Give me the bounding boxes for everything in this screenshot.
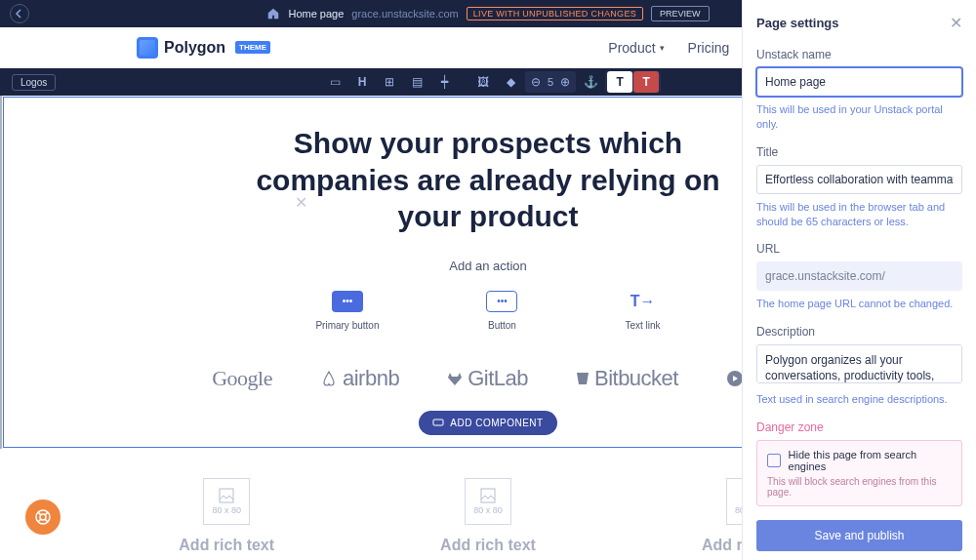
hide-checkbox[interactable] bbox=[767, 454, 781, 467]
page-settings-panel: Page settings ✕ Unstack name This will b… bbox=[742, 0, 976, 560]
desc-input[interactable] bbox=[756, 344, 962, 383]
url-help: The home page URL cannot be changed. bbox=[756, 297, 962, 311]
desc-help: Text used in search engine descriptions. bbox=[756, 392, 962, 407]
tool-align-icon[interactable]: ┿ bbox=[431, 71, 457, 93]
url-input bbox=[756, 261, 962, 291]
tool-grid-icon[interactable]: ⊞ bbox=[377, 71, 402, 93]
rich-text-label[interactable]: Add rich text bbox=[440, 537, 536, 554]
text-link-icon: T→ bbox=[628, 291, 659, 312]
column-count: 5 bbox=[546, 71, 555, 93]
image-icon bbox=[480, 488, 496, 503]
lifebuoy-icon bbox=[34, 508, 52, 526]
hide-label: Hide this page from search engines bbox=[789, 449, 952, 472]
chevron-down-icon: ▾ bbox=[660, 43, 665, 53]
action-text-link[interactable]: T→ Text link bbox=[625, 291, 660, 331]
card-item[interactable]: 80 x 80 Add rich text + bbox=[440, 478, 536, 561]
primary-button-icon: ••• bbox=[332, 291, 363, 312]
tool-columns-add-icon[interactable]: ⊕ bbox=[556, 71, 574, 93]
section-chip[interactable]: Logos bbox=[12, 74, 56, 91]
svg-rect-3 bbox=[481, 489, 495, 502]
button-icon: ••• bbox=[486, 291, 517, 312]
image-placeholder[interactable]: 80 x 80 bbox=[465, 478, 511, 525]
logo-gitlab[interactable]: GitLab bbox=[446, 366, 528, 391]
action-label: Primary button bbox=[315, 320, 379, 331]
hero-heading[interactable]: Show your prospects which companies are … bbox=[244, 125, 732, 235]
logo-bitbucket[interactable]: Bitbucket bbox=[575, 366, 678, 391]
name-input[interactable] bbox=[756, 67, 962, 97]
brand-logo[interactable]: Polygon THEME bbox=[137, 37, 270, 59]
tool-columns-icon[interactable]: ⊖ bbox=[527, 71, 545, 93]
tool-text-t-icon[interactable]: T bbox=[607, 71, 632, 93]
tool-text-style-icon[interactable]: T bbox=[633, 71, 659, 93]
close-icon[interactable]: ✕ bbox=[295, 193, 307, 212]
desc-label: Description bbox=[756, 325, 962, 339]
logo-google[interactable]: Google bbox=[212, 366, 272, 391]
home-icon bbox=[266, 7, 280, 20]
tool-anchor-icon[interactable]: ⚓ bbox=[578, 71, 603, 93]
page-domain: grace.unstacksite.com bbox=[351, 8, 458, 20]
tool-layout-icon[interactable]: ▤ bbox=[404, 71, 429, 93]
save-publish-button[interactable]: Save and publish bbox=[756, 520, 962, 551]
tool-media-icon[interactable]: 🖼 bbox=[470, 71, 496, 93]
help-fab[interactable] bbox=[25, 500, 61, 535]
danger-title: Danger zone bbox=[756, 420, 962, 434]
theme-tag: THEME bbox=[235, 41, 270, 54]
tool-image-icon[interactable]: ▭ bbox=[322, 71, 347, 93]
tool-bg-icon[interactable]: ◆ bbox=[498, 71, 523, 93]
card-item[interactable]: 80 x 80 Add rich text + bbox=[179, 478, 274, 561]
brand-name: Polygon bbox=[164, 39, 225, 57]
rich-text-label[interactable]: Add rich text bbox=[179, 537, 274, 554]
hide-help: This will block search engines from this… bbox=[767, 476, 952, 498]
name-help: This will be used in your Unstack portal… bbox=[756, 102, 962, 132]
bitbucket-icon bbox=[575, 371, 590, 386]
back-button[interactable] bbox=[10, 4, 29, 23]
svg-rect-2 bbox=[220, 489, 233, 502]
nav-pricing[interactable]: Pricing bbox=[688, 40, 730, 56]
action-label: Button bbox=[488, 320, 516, 331]
name-label: Unstack name bbox=[756, 48, 962, 61]
airbnb-icon bbox=[319, 369, 339, 388]
add-component-button[interactable]: ADD COMPONENT bbox=[419, 411, 556, 435]
gitlab-icon bbox=[446, 370, 464, 387]
nav-product[interactable]: Product▾ bbox=[608, 40, 664, 56]
image-placeholder[interactable]: 80 x 80 bbox=[203, 478, 250, 525]
title-input[interactable] bbox=[756, 165, 962, 194]
image-icon bbox=[219, 488, 234, 503]
title-help: This will be used in the browser tab and… bbox=[756, 200, 962, 229]
svg-rect-1 bbox=[433, 420, 443, 425]
danger-box: Hide this page from search engines This … bbox=[756, 440, 962, 506]
url-label: URL bbox=[756, 242, 962, 256]
action-label: Text link bbox=[625, 320, 660, 331]
component-icon bbox=[432, 418, 444, 427]
preview-button[interactable]: PREVIEW bbox=[651, 6, 710, 21]
panel-title: Page settings bbox=[756, 16, 839, 30]
title-label: Title bbox=[756, 145, 962, 159]
status-badge: LIVE WITH UNPUBLISHED CHANGES bbox=[467, 7, 643, 20]
tool-heading-icon[interactable]: H bbox=[349, 71, 375, 93]
close-panel-icon[interactable]: ✕ bbox=[950, 14, 962, 32]
action-button[interactable]: ••• Button bbox=[486, 291, 517, 331]
page-name: Home page bbox=[288, 8, 344, 20]
logo-cube-icon bbox=[137, 37, 158, 59]
action-primary-button[interactable]: ••• Primary button bbox=[315, 291, 379, 331]
logo-airbnb[interactable]: airbnb bbox=[319, 366, 399, 391]
